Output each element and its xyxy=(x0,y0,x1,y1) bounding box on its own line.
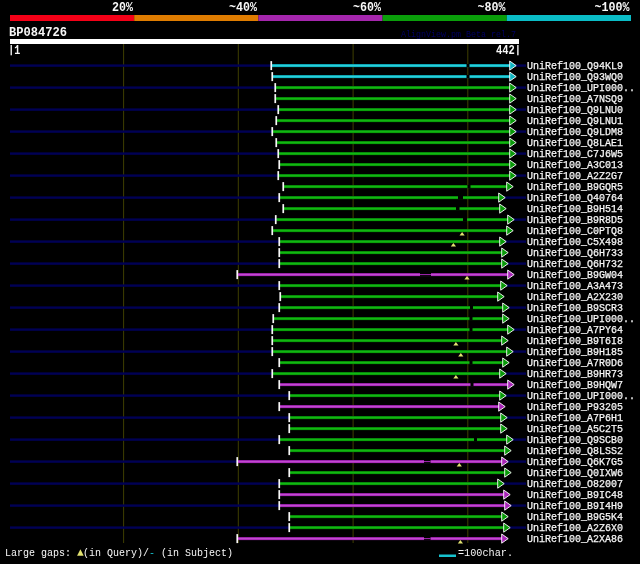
svg-text:~60%: ~60% xyxy=(353,1,382,15)
svg-text:UniRef100_A2XA86: UniRef100_A2XA86 xyxy=(527,533,623,545)
svg-text:20%: 20% xyxy=(112,1,134,15)
svg-text:~100%: ~100% xyxy=(595,1,631,15)
svg-text:=100char.: =100char. xyxy=(458,547,513,559)
svg-text:~80%: ~80% xyxy=(478,1,507,15)
svg-text:Large gaps:: Large gaps: xyxy=(5,547,77,559)
svg-text:AlignView.pm Beta rel.7: AlignView.pm Beta rel.7 xyxy=(401,30,516,40)
svg-text:(in Subject): (in Subject) xyxy=(161,547,233,559)
svg-text:BP084726: BP084726 xyxy=(9,26,67,40)
svg-text:~40%: ~40% xyxy=(229,1,258,15)
svg-text:(in Query)/: (in Query)/ xyxy=(83,547,149,559)
svg-text:-: - xyxy=(149,547,155,559)
